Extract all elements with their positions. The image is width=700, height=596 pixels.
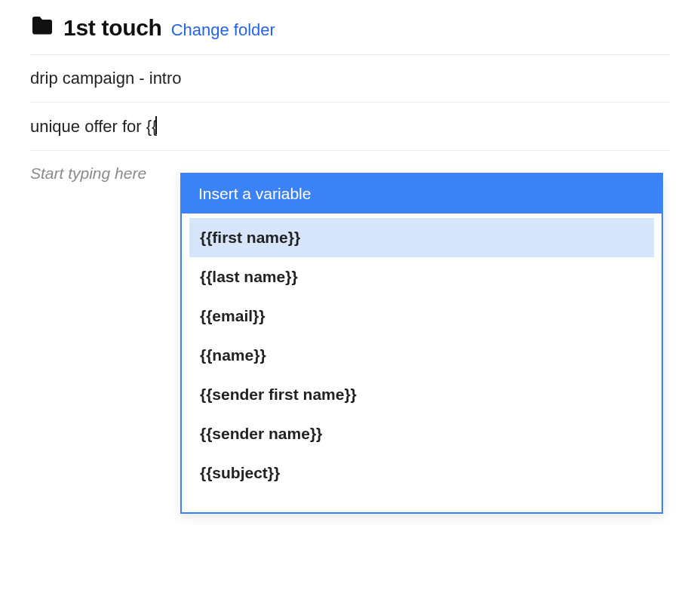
variable-option-email[interactable]: {{email}}	[189, 296, 654, 336]
subject-row[interactable]: unique offer for {{	[30, 103, 670, 151]
folder-title: 1st touch	[63, 15, 162, 41]
change-folder-link[interactable]: Change folder	[171, 20, 275, 40]
variable-dropdown: Insert a variable {{first name}} {{last …	[180, 173, 663, 514]
campaign-name-row: drip campaign - intro	[30, 55, 670, 103]
text-cursor	[155, 116, 157, 134]
variable-option-last-name[interactable]: {{last name}}	[189, 257, 654, 296]
subject-value: unique offer for {{	[30, 117, 157, 136]
body-placeholder: Start typing here	[30, 164, 146, 182]
folder-header: 1st touch Change folder	[30, 15, 670, 55]
variable-option-subject[interactable]: {{subject}}	[189, 453, 654, 493]
variable-option-first-name[interactable]: {{first name}}	[189, 218, 654, 257]
variable-dropdown-title: Insert a variable	[182, 174, 662, 214]
variable-dropdown-list: {{first name}} {{last name}} {{email}} {…	[182, 214, 662, 512]
campaign-name[interactable]: drip campaign - intro	[30, 69, 182, 88]
folder-icon	[30, 17, 54, 36]
subject-input[interactable]: unique offer for {{	[30, 116, 670, 137]
variable-option-sender-first-name[interactable]: {{sender first name}}	[189, 375, 654, 414]
variable-option-name[interactable]: {{name}}	[189, 336, 654, 375]
variable-option-sender-name[interactable]: {{sender name}}	[189, 414, 654, 453]
